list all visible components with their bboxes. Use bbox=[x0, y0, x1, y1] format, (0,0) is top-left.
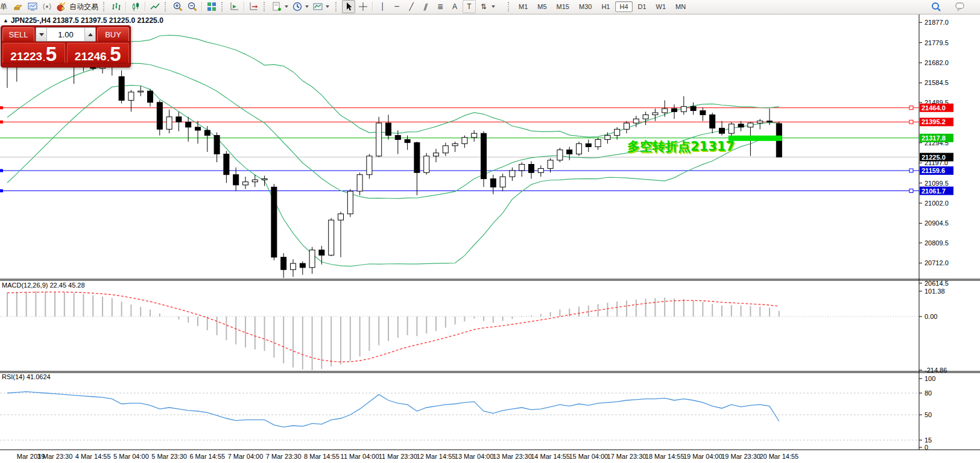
time-axis-label: 19 Mar 04:00 bbox=[683, 453, 722, 460]
sell-button[interactable]: SELL bbox=[2, 27, 34, 42]
fibonacci-tool-icon[interactable]: ≣ bbox=[434, 0, 447, 13]
macd-indicator-label: MACD(12,26,9) 22.45 45.28 bbox=[2, 282, 85, 289]
candle bbox=[462, 137, 467, 143]
tile-windows-icon[interactable] bbox=[205, 0, 218, 13]
candle bbox=[138, 91, 144, 92]
line-chart-icon[interactable] bbox=[148, 0, 162, 13]
candle bbox=[367, 156, 372, 175]
candle bbox=[405, 139, 410, 142]
candlesticks bbox=[5, 42, 782, 278]
sell-price-display[interactable]: 21223 . 5 bbox=[2, 43, 65, 63]
price-tick-label: 21682.0 bbox=[925, 59, 949, 66]
macd-signal-line bbox=[7, 292, 779, 362]
candle bbox=[309, 250, 315, 268]
candle bbox=[757, 121, 763, 123]
volume-input[interactable] bbox=[47, 28, 84, 41]
search-icon[interactable] bbox=[929, 0, 943, 13]
new-order-button[interactable]: 单 bbox=[0, 0, 10, 13]
candle bbox=[300, 263, 305, 268]
periods-clock-icon[interactable] bbox=[291, 0, 304, 13]
candle bbox=[595, 139, 601, 146]
candlestick-chart-icon[interactable] bbox=[129, 0, 142, 13]
chart-shift-icon[interactable] bbox=[247, 0, 261, 13]
svg-text:0.00: 0.00 bbox=[925, 313, 937, 320]
candle bbox=[319, 250, 324, 256]
template-dropdown-caret[interactable] bbox=[326, 5, 329, 8]
timeframe-d1[interactable]: D1 bbox=[634, 1, 651, 12]
timeframe-mn[interactable]: MN bbox=[671, 1, 690, 12]
timeframe-m15[interactable]: M15 bbox=[552, 1, 574, 12]
candle bbox=[710, 115, 715, 128]
time-axis-label: 13 Mar 04:00 bbox=[455, 453, 494, 460]
svg-text:-214.86: -214.86 bbox=[925, 367, 947, 374]
timeframe-m5[interactable]: M5 bbox=[533, 1, 551, 12]
candle bbox=[224, 154, 229, 174]
timeframe-m1[interactable]: M1 bbox=[514, 1, 532, 12]
text-tool-icon[interactable]: A bbox=[448, 0, 461, 13]
new-chart-icon[interactable] bbox=[270, 0, 283, 13]
candle bbox=[376, 123, 382, 156]
candle bbox=[243, 182, 248, 185]
price-tick-label: 21877.0 bbox=[925, 19, 949, 26]
channel-tool-icon[interactable]: ∥ bbox=[417, 0, 434, 13]
time-axis-label: 11 Mar 23:30 bbox=[379, 453, 417, 460]
price-tick-label: 20904.5 bbox=[925, 219, 949, 227]
time-axis[interactable]: Mar 20193 Mar 23:304 Mar 14:555 Mar 04:0… bbox=[17, 453, 798, 460]
arrows-dropdown-caret[interactable] bbox=[492, 5, 495, 8]
periods-dropdown-caret[interactable] bbox=[305, 5, 309, 8]
volume-increase-button[interactable] bbox=[84, 28, 95, 41]
time-axis-label: 18 Mar 14:55 bbox=[645, 453, 684, 460]
candle bbox=[643, 115, 648, 119]
auto-scroll-icon[interactable] bbox=[228, 0, 241, 13]
zoom-out-icon[interactable] bbox=[186, 0, 199, 13]
candle bbox=[538, 168, 543, 172]
time-axis-label: 15 Mar 04:00 bbox=[569, 453, 608, 460]
trendline-tool-icon[interactable]: ╱ bbox=[405, 0, 418, 13]
chat-icon[interactable] bbox=[954, 0, 967, 13]
chart-canvas[interactable]: 多空转折点21317多空转折点2131721877.021779.521682.… bbox=[0, 0, 980, 463]
autotrade-icon[interactable] bbox=[55, 0, 68, 13]
candle bbox=[166, 117, 172, 130]
buy-price-display[interactable]: 21246 . 5 bbox=[67, 43, 130, 63]
autotrade-label[interactable]: 自动交易 bbox=[69, 2, 98, 12]
cursor-tool-icon[interactable] bbox=[342, 0, 355, 13]
timeframe-h1[interactable]: H1 bbox=[597, 1, 614, 12]
vertical-line-tool-icon[interactable]: │ bbox=[376, 0, 389, 13]
label-tool-icon[interactable]: T bbox=[463, 0, 476, 13]
svg-text:50: 50 bbox=[925, 411, 932, 418]
arrows-tool-icon[interactable]: ⇅ bbox=[477, 0, 490, 13]
candle bbox=[624, 123, 630, 129]
candle bbox=[548, 160, 553, 169]
timeframe-h4[interactable]: H4 bbox=[615, 1, 632, 12]
timeframe-m30[interactable]: M30 bbox=[575, 1, 596, 12]
template-icon[interactable] bbox=[311, 0, 324, 13]
candle bbox=[748, 123, 753, 127]
candle bbox=[329, 220, 334, 255]
price-tick-label: 20712.0 bbox=[925, 259, 949, 266]
crosshair-tool-icon[interactable] bbox=[356, 0, 370, 13]
symbol-ohlc-text: JPN225-,H4 21387.5 21397.5 21225.0 21225… bbox=[11, 16, 163, 25]
candle bbox=[729, 124, 734, 133]
buy-button[interactable]: BUY bbox=[97, 27, 129, 42]
bar-chart-icon[interactable] bbox=[110, 0, 123, 13]
candle bbox=[490, 179, 496, 187]
volume-decrease-button[interactable] bbox=[36, 28, 47, 41]
macd-panel: 101.380.00-214.86 bbox=[0, 288, 947, 374]
zoom-in-icon[interactable] bbox=[171, 0, 185, 13]
terminal-icon[interactable] bbox=[26, 0, 39, 13]
timeframe-w1[interactable]: W1 bbox=[652, 1, 671, 12]
signal-icon[interactable] bbox=[40, 0, 54, 13]
time-axis-label: 19 Mar 23:30 bbox=[721, 453, 760, 460]
candle bbox=[443, 146, 448, 153]
volume-stepper bbox=[36, 27, 96, 42]
price-scale[interactable]: 21877.021779.521682.021584.521489.521294… bbox=[919, 19, 953, 286]
time-axis-label: 17 Mar 23:30 bbox=[607, 453, 646, 460]
sell-price-dot: . bbox=[43, 54, 45, 62]
candle bbox=[214, 136, 220, 154]
svg-text:80: 80 bbox=[925, 389, 932, 397]
svg-text:21159.6: 21159.6 bbox=[922, 167, 945, 174]
horizontal-line-tool-icon[interactable]: ─ bbox=[390, 0, 403, 13]
candle bbox=[262, 179, 267, 180]
new-chart-dropdown-caret[interactable] bbox=[285, 5, 288, 8]
gold-ingot-icon[interactable] bbox=[11, 0, 25, 13]
